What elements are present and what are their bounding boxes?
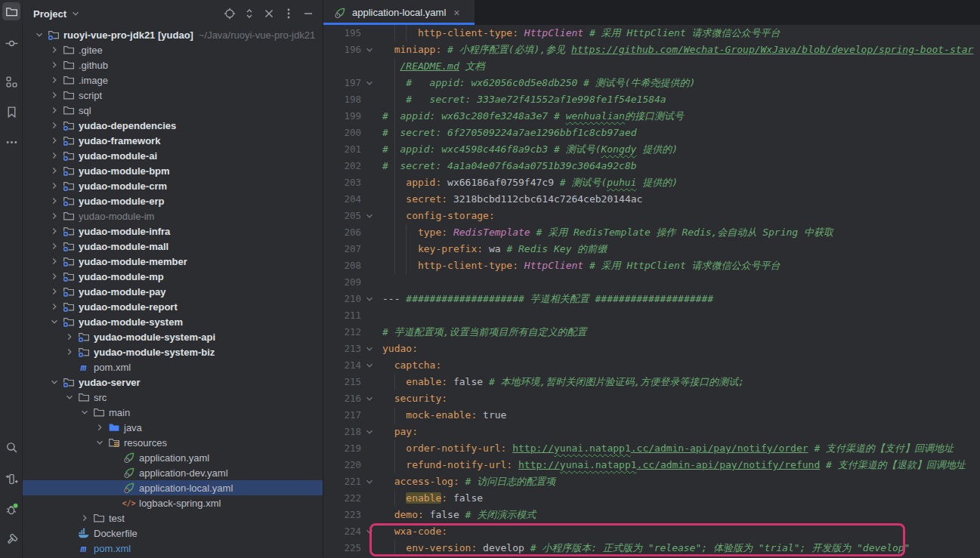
code-line[interactable]: 198 # secret: 333ae72f41552af1e998fe1f54… [323, 91, 980, 108]
fold-chevron-icon[interactable] [361, 424, 378, 440]
code-text[interactable]: refund-notify-url: http://yunai.natapp1.… [378, 457, 980, 473]
code-line[interactable]: 220 refund-notify-url: http://yunai.nata… [323, 457, 980, 473]
chevron-right-icon[interactable] [48, 120, 61, 131]
tree-item[interactable]: yudao-module-erp [23, 193, 323, 208]
chevron-right-icon[interactable] [48, 150, 61, 161]
collapse-all-icon[interactable] [259, 4, 279, 23]
chevron-right-icon[interactable] [48, 226, 61, 236]
tree-item[interactable]: src [23, 390, 323, 405]
tree-item[interactable]: .github [23, 57, 323, 72]
tree-item[interactable]: mpom.xml [23, 359, 323, 375]
code-line[interactable]: 213yudao: [323, 341, 980, 357]
chevron-right-icon[interactable] [48, 60, 61, 70]
code-text[interactable]: enable: false [378, 490, 980, 507]
code-line[interactable]: /README.md 文档 [323, 58, 980, 75]
code-text[interactable]: pay: [378, 424, 980, 440]
tree-item[interactable]: application-dev.yaml [23, 465, 323, 480]
chevron-right-icon[interactable] [48, 105, 61, 116]
code-text[interactable]: wxa-code: [378, 523, 980, 540]
code-line[interactable]: 205 config-storage: [323, 208, 980, 224]
tree-item[interactable]: java [23, 420, 323, 435]
code-line[interactable]: 221 access-log: # 访问日志的配置项 [323, 473, 980, 490]
chevron-right-icon[interactable] [48, 45, 61, 55]
chevron-right-icon[interactable] [48, 241, 61, 251]
more-options-icon[interactable] [279, 4, 298, 23]
chevron-right-icon[interactable] [48, 271, 61, 282]
editor-tab[interactable]: application-local.yaml × [323, 0, 475, 25]
tree-item[interactable]: ruoyi-vue-pro-jdk21 [yudao]~/Java/ruoyi-… [23, 27, 323, 42]
chevron-right-icon[interactable] [48, 135, 61, 146]
tree-item[interactable]: yudao-module-system [23, 314, 323, 329]
expand-all-icon[interactable] [240, 4, 259, 23]
tree-item[interactable]: yudao-dependencies [23, 118, 323, 133]
fold-chevron-icon[interactable] [361, 208, 378, 224]
tree-item[interactable]: yudao-module-ai [23, 148, 323, 163]
code-text[interactable]: order-notify-url: http://yunai.natapp1.c… [378, 440, 980, 457]
chevron-down-icon[interactable] [48, 316, 61, 327]
code-text[interactable]: # secret: 333ae72f41552af1e998fe1f54e158… [378, 91, 980, 108]
services-icon[interactable] [2, 470, 20, 488]
commit-icon[interactable] [2, 34, 20, 52]
tree-item[interactable]: </>logback-spring.xml [23, 495, 323, 510]
code-line[interactable]: 197 # appid: wx62056c0d5e8db250 # 测试号(牛希… [323, 75, 980, 91]
tree-item[interactable]: yudao-module-mall [23, 239, 323, 254]
tree-item[interactable]: yudao-module-infra [23, 224, 323, 239]
code-text[interactable]: secret: 3218bcbd112cbc614c7264ceb20144ac [378, 191, 980, 208]
tree-item[interactable]: application.yaml [23, 450, 323, 465]
hide-panel-icon[interactable] [298, 4, 318, 23]
chevron-down-icon[interactable] [32, 29, 46, 40]
chevron-right-icon[interactable] [48, 196, 61, 206]
fold-chevron-icon[interactable] [361, 42, 378, 58]
code-line[interactable]: 206 type: RedisTemplate # 采用 RedisTempla… [323, 224, 980, 241]
code-text[interactable]: type: RedisTemplate # 采用 RedisTemplate 操… [378, 224, 980, 241]
code-text[interactable]: access-log: # 访问日志的配置项 [378, 473, 980, 490]
tree-item[interactable]: mpom.xml [23, 541, 323, 556]
debug-icon[interactable] [2, 500, 20, 518]
tree-item[interactable]: yudao-server [23, 375, 323, 390]
code-line[interactable]: 211 [323, 307, 980, 324]
code-text[interactable]: --- #################### 芋道相关配置 ########… [378, 291, 980, 307]
fold-chevron-icon[interactable] [361, 357, 378, 374]
tree-item[interactable]: .image [23, 72, 323, 88]
project-panel-title[interactable]: Project [33, 8, 66, 20]
code-text[interactable]: appid: wx66186af0759f47c9 # 测试号(puhui 提供… [378, 174, 980, 191]
tree-item[interactable]: sql [23, 103, 323, 118]
tree-item[interactable]: test [23, 510, 323, 526]
code-text[interactable]: config-storage: [378, 208, 980, 224]
fold-chevron-icon[interactable] [361, 291, 378, 307]
code-line[interactable]: 209 [323, 274, 980, 291]
code-text[interactable]: yudao: [378, 341, 980, 357]
code-line[interactable]: 200# secret: 6f270509224a7ae1296bbf1c8cb… [323, 125, 980, 141]
tree-item[interactable]: resources [23, 435, 323, 450]
fold-chevron-icon[interactable] [361, 341, 378, 357]
code-line[interactable]: 212# 芋道配置项,设置当前项目所有自定义的配置 [323, 324, 980, 341]
tree-item[interactable]: yudao-module-member [23, 254, 323, 269]
tree-item[interactable]: yudao-module-mp [23, 269, 323, 284]
tree-item[interactable]: yudao-module-report [23, 299, 323, 314]
code-line[interactable]: 203 appid: wx66186af0759f47c9 # 测试号(puhu… [323, 174, 980, 191]
chevron-right-icon[interactable] [48, 90, 61, 100]
code-line[interactable]: 217 mock-enable: true [323, 407, 980, 424]
code-line[interactable]: 215 enable: false # 本地环境,暂时关闭图片验证码,方便登录等… [323, 374, 980, 390]
chevron-down-icon[interactable] [78, 407, 91, 418]
bookmarks-icon[interactable] [2, 103, 20, 121]
fold-chevron-icon[interactable] [361, 523, 378, 540]
chevron-right-icon[interactable] [48, 75, 61, 85]
code-text[interactable]: /README.md 文档 [378, 58, 980, 75]
tree-item[interactable]: yudao-module-im [23, 208, 323, 224]
tree-item[interactable]: .gitee [23, 42, 323, 57]
code-line[interactable]: 224 wxa-code: [323, 523, 980, 540]
code-text[interactable]: demo: false # 关闭演示模式 [378, 507, 980, 523]
chevron-right-icon[interactable] [48, 165, 61, 176]
chevron-right-icon[interactable] [48, 286, 61, 297]
tree-item[interactable]: application-local.yaml [23, 480, 323, 495]
code-text[interactable]: # 芋道配置项,设置当前项目所有自定义的配置 [378, 324, 980, 341]
chevron-right-icon[interactable] [48, 301, 61, 312]
code-line[interactable]: 207 key-prefix: wa # Redis Key 的前缀 [323, 241, 980, 257]
code-line[interactable]: 225 env-version: develop # 小程序版本: 正式版为 "… [323, 540, 980, 556]
chevron-right-icon[interactable] [48, 211, 61, 221]
code-line[interactable]: 218 pay: [323, 424, 980, 440]
project-folder-icon[interactable] [2, 2, 20, 20]
code-text[interactable]: security: [378, 390, 980, 407]
code-text[interactable]: mock-enable: true [378, 407, 980, 424]
